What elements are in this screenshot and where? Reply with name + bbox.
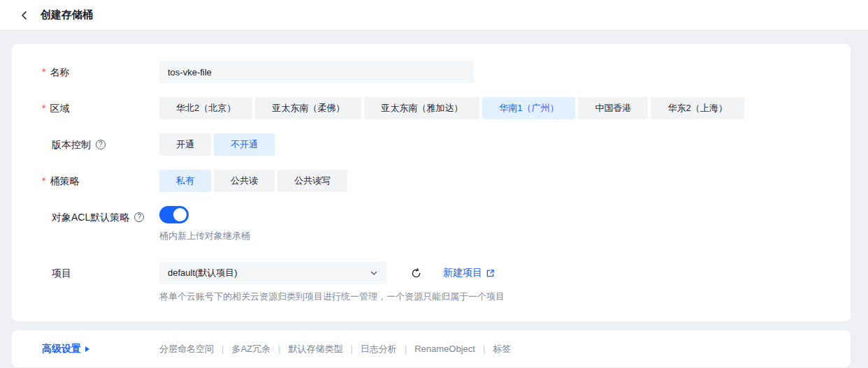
policy-option-private-selected[interactable]: 私有	[159, 170, 211, 192]
project-helper-text: 将单个云账号下的相关云资源归类到项目进行统一管理，一个资源只能归属于一个项目	[159, 290, 851, 303]
bucket-policy-label-text: 桶策略	[42, 170, 79, 192]
form-row-name: 名称	[12, 61, 851, 83]
chevron-down-icon	[370, 269, 378, 277]
acl-inherit-toggle-on[interactable]	[159, 206, 189, 223]
bucket-policy-label: 桶策略	[12, 170, 159, 192]
acl-label: 对象ACL默认策略 ?	[12, 206, 159, 242]
advanced-settings-toggle[interactable]: 高级设置	[12, 343, 159, 355]
form-row-region: 区域 华北2（北京） 亚太东南（柔佛） 亚太东南（雅加达） 华南1（广州） 中国…	[12, 97, 851, 119]
region-label-text: 区域	[42, 97, 69, 119]
back-button[interactable]	[17, 8, 32, 23]
refresh-icon	[411, 268, 421, 279]
project-label-text: 项目	[52, 262, 71, 284]
region-option-hongkong[interactable]: 中国香港	[578, 97, 648, 119]
versioning-label-text: 版本控制	[52, 133, 91, 156]
region-option-johor[interactable]: 亚太东南（柔佛）	[255, 97, 361, 119]
versioning-option-group: 开通 不开通	[159, 133, 851, 156]
region-option-guangzhou-selected[interactable]: 华南1（广州）	[482, 97, 575, 119]
feature-multi-az: 多AZ冗余	[231, 343, 288, 355]
advanced-settings-card: 高级设置 分层命名空间 多AZ冗余 默认存储类型 日志分析 RenameObje…	[12, 330, 851, 367]
chevron-left-icon	[20, 10, 29, 20]
region-option-jakarta[interactable]: 亚太东南（雅加达）	[364, 97, 479, 119]
form-row-acl-default: 对象ACL默认策略 ? 桶内新上传对象继承桶	[12, 206, 851, 242]
page-title: 创建存储桶	[41, 8, 93, 22]
acl-helper-text: 桶内新上传对象继承桶	[159, 230, 851, 242]
policy-option-public-read[interactable]: 公共读	[214, 170, 275, 192]
toggle-knob	[173, 208, 187, 221]
advanced-settings-title: 高级设置	[42, 343, 81, 355]
bucket-name-input[interactable]	[159, 61, 474, 83]
new-project-link-text: 新建项目	[443, 267, 482, 279]
region-label: 区域	[12, 97, 159, 119]
feature-default-storage-class: 默认存储类型	[288, 343, 360, 355]
policy-option-public-read-write[interactable]: 公共读写	[277, 170, 347, 192]
versioning-label: 版本控制 ?	[12, 133, 159, 156]
versioning-option-disable-selected[interactable]: 不开通	[214, 133, 275, 156]
acl-label-text: 对象ACL默认策略	[52, 206, 129, 228]
form-row-versioning: 版本控制 ? 开通 不开通	[12, 133, 851, 156]
region-option-beijing[interactable]: 华北2（北京）	[159, 97, 252, 119]
new-project-link[interactable]: 新建项目	[443, 267, 495, 279]
name-label-text: 名称	[42, 61, 69, 83]
feature-tags: 标签	[493, 343, 511, 355]
form-row-bucket-policy: 桶策略 私有 公共读 公共读写	[12, 170, 851, 192]
feature-hns: 分层命名空间	[159, 343, 231, 355]
feature-log-analysis: 日志分析	[361, 343, 414, 355]
refresh-project-button[interactable]	[410, 267, 422, 279]
region-option-shanghai[interactable]: 华东2（上海）	[651, 97, 744, 119]
page-header: 创建存储桶	[0, 0, 868, 31]
form-row-project: 项目 default(默认项目) 新建项目	[12, 262, 851, 303]
create-bucket-form-card: 名称 区域 华北2（北京） 亚太东南（柔佛） 亚太东南（雅加达） 华南1（广州）…	[12, 44, 851, 321]
versioning-help-icon[interactable]: ?	[96, 140, 106, 149]
acl-help-icon[interactable]: ?	[134, 212, 144, 222]
name-label: 名称	[12, 61, 159, 83]
project-label: 项目	[12, 262, 159, 303]
bucket-policy-option-group: 私有 公共读 公共读写	[159, 170, 851, 192]
project-select-value: default(默认项目)	[168, 267, 370, 279]
caret-right-icon	[85, 346, 89, 352]
feature-rename-object: RenameObject	[414, 344, 493, 354]
project-select[interactable]: default(默认项目)	[159, 262, 386, 284]
external-link-icon	[486, 269, 495, 278]
region-option-group: 华北2（北京） 亚太东南（柔佛） 亚太东南（雅加达） 华南1（广州） 中国香港 …	[159, 97, 851, 119]
advanced-feature-list: 分层命名空间 多AZ冗余 默认存储类型 日志分析 RenameObject 标签	[159, 343, 511, 355]
versioning-option-enable[interactable]: 开通	[159, 133, 211, 156]
